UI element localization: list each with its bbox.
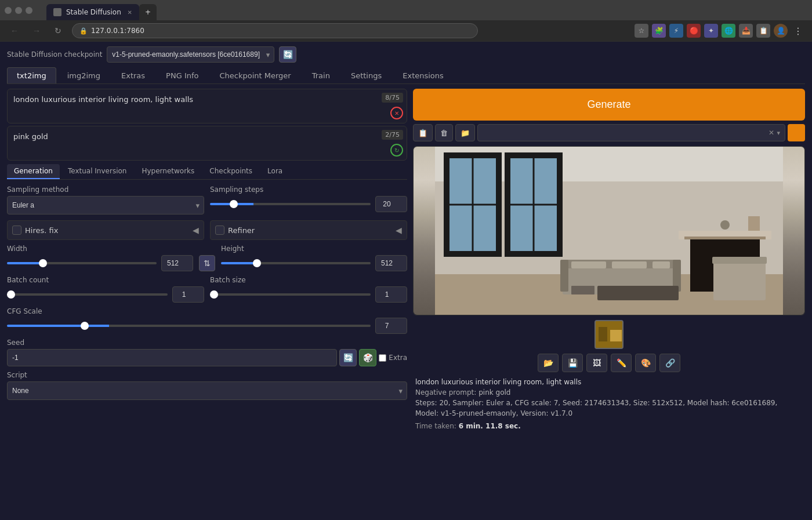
refresh-prompt-btn[interactable]: ↻	[390, 144, 403, 157]
checkpoint-label: Stable Diffusion checkpoint	[7, 50, 102, 59]
clear-prompt-btn[interactable]: ✕	[390, 107, 403, 119]
negative-prompt-input[interactable]	[8, 126, 407, 158]
gen-tab-lora[interactable]: Lora	[260, 164, 289, 179]
ext-icon-2[interactable]: ⚡	[669, 24, 683, 38]
gen-tab-checkpoints[interactable]: Checkpoints	[202, 164, 259, 179]
sampling-method-select[interactable]: Euler a	[7, 196, 204, 214]
send-to-controlnet-btn[interactable]: 🔗	[659, 354, 680, 372]
tab-extras[interactable]: Extras	[111, 67, 155, 83]
browser-tab[interactable]: Stable Diffusion ✕	[46, 4, 139, 20]
batch-size-group: Batch size 1	[210, 276, 407, 303]
gen-tab-generation[interactable]: Generation	[7, 164, 60, 179]
script-row: Script None ▾	[7, 371, 407, 400]
ext-icon-5[interactable]: 🌐	[722, 24, 735, 38]
sampling-steps-slider[interactable]	[210, 203, 371, 205]
tab-settings[interactable]: Settings	[341, 67, 392, 83]
hires-checkbox[interactable]	[12, 226, 21, 235]
open-folder-btn[interactable]: 📂	[538, 354, 559, 372]
seed-label: Seed	[7, 339, 407, 347]
bookmark-icon[interactable]: ☆	[635, 24, 648, 38]
sampling-steps-input[interactable]: 20	[375, 196, 407, 212]
reload-button[interactable]: ↻	[51, 25, 65, 37]
hires-toggle[interactable]: ◀	[193, 226, 199, 235]
script-select[interactable]: None	[7, 381, 407, 400]
refiner-container: Refiner ◀	[210, 220, 407, 240]
paste-btn[interactable]: 📋	[413, 124, 433, 141]
width-input[interactable]: 512	[161, 255, 193, 271]
ext-icon-4[interactable]: ✦	[704, 24, 718, 38]
refiner-checkbox[interactable]	[215, 226, 224, 235]
seed-random-btn[interactable]: 🎲	[359, 349, 376, 366]
batch-count-label: Batch count	[7, 276, 204, 284]
back-button[interactable]: ←	[7, 25, 22, 37]
delete-btn[interactable]: 🗑	[435, 124, 453, 141]
seed-input[interactable]	[7, 349, 337, 366]
cfg-scale-slider[interactable]	[7, 325, 371, 327]
style-selector[interactable]: ✕ ▾	[477, 124, 785, 141]
menu-icon[interactable]: ⋮	[791, 24, 805, 38]
profile-icon[interactable]: 👤	[774, 24, 788, 38]
refiner-row: Refiner ◀	[215, 223, 402, 237]
image-params-line: Steps: 20, Sampler: Euler a, CFG scale: …	[415, 398, 803, 419]
tab-train[interactable]: Train	[302, 67, 340, 83]
send-to-inpaint-btn[interactable]: ✏️	[611, 354, 632, 372]
gen-tab-textual-inversion[interactable]: Textual Inversion	[61, 164, 133, 179]
seed-row: Seed 🔄 🎲 Extra	[7, 339, 407, 366]
generate-button[interactable]: Generate	[413, 89, 805, 121]
address-bar[interactable]: 🔒 127.0.0.1:7860	[72, 23, 478, 38]
swap-dimensions-btn[interactable]: ⇅	[199, 255, 215, 271]
seed-recycle-btn[interactable]: 🔄	[339, 349, 357, 366]
url-text: 127.0.0.1:7860	[91, 27, 144, 35]
checkpoint-select[interactable]: v1-5-pruned-emaonly.safetensors [6ce0161…	[107, 46, 274, 63]
ext-icon-1[interactable]: 🧩	[652, 24, 666, 38]
svg-rect-23	[712, 257, 767, 264]
save-zip-btn[interactable]: 💾	[562, 354, 583, 372]
tab-txt2img[interactable]: txt2img	[7, 67, 56, 83]
gen-tab-hypernetworks[interactable]: Hypernetworks	[135, 164, 201, 179]
svg-rect-21	[597, 286, 679, 300]
forward-button[interactable]: →	[29, 25, 44, 37]
ext-icon-6[interactable]: 📥	[739, 24, 753, 38]
positive-prompt-input[interactable]	[8, 89, 407, 121]
tab-close-btn[interactable]: ✕	[128, 9, 132, 16]
seed-extra-checkbox[interactable]	[379, 354, 386, 362]
minimize-button[interactable]	[5, 7, 12, 14]
time-taken-line: Time taken: 6 min. 11.8 sec.	[415, 421, 803, 431]
height-slider[interactable]	[221, 262, 371, 264]
tab-title: Stable Diffusion	[66, 8, 121, 16]
maximize-button[interactable]	[15, 7, 22, 14]
svg-rect-24	[571, 286, 594, 294]
color-picker-btn[interactable]	[788, 124, 805, 141]
sampling-method-label: Sampling method	[7, 186, 204, 194]
new-tab-button[interactable]: +	[139, 4, 157, 20]
tab-checkpoint-merger[interactable]: Checkpoint Merger	[209, 67, 300, 83]
svg-point-12	[720, 220, 730, 230]
style-clear-btn[interactable]: ✕	[766, 129, 777, 137]
checkpoint-refresh-btn[interactable]: 🔄	[279, 46, 296, 63]
tab-extensions[interactable]: Extensions	[393, 67, 454, 83]
ext-icon-3[interactable]: 🔴	[687, 24, 701, 38]
send-to-img2img-btn[interactable]: 🖼	[586, 354, 607, 372]
seed-extra-label[interactable]: Extra	[379, 354, 407, 362]
cfg-scale-input[interactable]: 7	[375, 318, 407, 334]
batch-count-input[interactable]: 1	[172, 286, 204, 303]
image-thumb-1[interactable]	[594, 320, 624, 349]
height-input[interactable]: 512	[375, 255, 407, 271]
refiner-label: Refiner	[228, 226, 255, 235]
svg-rect-22	[713, 260, 766, 300]
batch-size-slider[interactable]	[210, 293, 371, 296]
zip-btn[interactable]: 📁	[455, 124, 475, 141]
batch-size-slider-container: 1	[210, 286, 407, 303]
refiner-toggle[interactable]: ◀	[396, 226, 402, 235]
batch-size-input[interactable]: 1	[375, 286, 407, 303]
time-value: 6 min. 11.8 sec.	[459, 422, 521, 430]
ext-icon-7[interactable]: 📋	[756, 24, 770, 38]
batch-count-slider[interactable]	[7, 293, 168, 296]
tab-img2img[interactable]: img2img	[57, 67, 110, 83]
tab-png-info[interactable]: PNG Info	[156, 67, 208, 83]
batch-size-label: Batch size	[210, 276, 407, 284]
positive-prompt-counter: 8/75	[382, 93, 403, 103]
send-to-extras-btn[interactable]: 🎨	[635, 354, 656, 372]
close-button[interactable]	[26, 7, 32, 14]
width-slider[interactable]	[7, 262, 157, 264]
